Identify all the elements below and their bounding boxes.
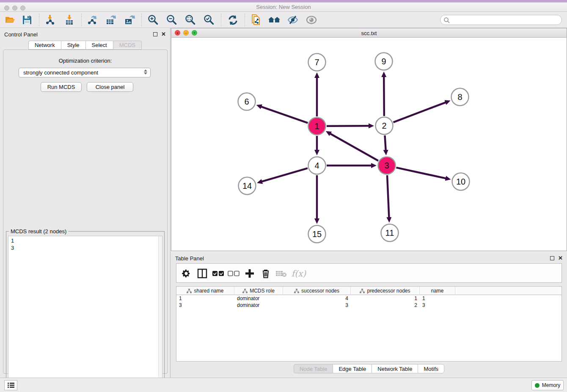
tab-motifs[interactable]: Motifs [418, 364, 444, 373]
table-cell[interactable]: 4 [283, 295, 351, 302]
zoom-out-button[interactable] [164, 13, 179, 27]
column-chooser-button[interactable] [196, 267, 209, 280]
node-label-11: 11 [385, 228, 394, 237]
optimization-criterion-dropdown[interactable]: strongly connected component [19, 68, 151, 77]
table-cell[interactable]: 1 [176, 295, 234, 302]
column-header-successor-nodes[interactable]: successor nodes [283, 287, 351, 295]
optimization-criterion-label: Optimization criterion: [3, 58, 167, 64]
run-mcds-button[interactable]: Run MCDS [41, 82, 82, 92]
window-title: Session: New Session [0, 4, 567, 10]
export-table-button[interactable] [103, 13, 118, 27]
float-panel-icon[interactable] [153, 32, 157, 36]
export-image-icon [124, 14, 135, 25]
table-cell[interactable]: dominator [234, 302, 283, 309]
edge-2-8[interactable] [394, 102, 446, 122]
table-cell[interactable]: dominator [234, 295, 283, 302]
edge-1-2[interactable] [327, 126, 369, 126]
apply-layout-button[interactable] [225, 13, 240, 27]
list-icon [8, 382, 14, 388]
tab-network[interactable]: Network [28, 41, 61, 50]
zoom-fit-button[interactable] [183, 13, 198, 27]
edge-4-14[interactable] [262, 168, 308, 182]
export-table-icon [105, 14, 116, 25]
network-canvas-area[interactable]: 7968124314101511 [171, 38, 567, 251]
close-table-panel-icon[interactable]: ✕ [558, 255, 563, 261]
delete-table-icon [276, 270, 287, 277]
gear-icon [182, 269, 191, 278]
node-label-7: 7 [314, 58, 319, 67]
mcds-tab-content: Optimization criterion: strongly connect… [3, 50, 168, 374]
table-settings-button[interactable] [180, 267, 193, 280]
result-scrollbar[interactable] [158, 236, 162, 390]
tab-select[interactable]: Select [85, 41, 113, 50]
show-all-networks-button[interactable] [267, 13, 282, 27]
close-panel-icon[interactable]: ✕ [161, 31, 166, 37]
search-icon [443, 17, 450, 24]
edge-1-6[interactable] [261, 107, 308, 123]
table-cell[interactable]: 1 [351, 295, 420, 302]
tab-edge-table[interactable]: Edge Table [333, 364, 372, 373]
column-header-MCDS-role[interactable]: MCDS role [234, 287, 283, 295]
column-header-predecessor-nodes[interactable]: predecessor nodes [351, 287, 420, 295]
delete-table-button[interactable] [275, 267, 288, 280]
float-table-panel-icon[interactable] [550, 256, 554, 260]
node-label-9: 9 [381, 57, 386, 66]
mcds-result-group: MCDS result (2 nodes) 1 3 [6, 231, 165, 392]
node-label-10: 10 [456, 177, 465, 186]
import-table-button[interactable] [62, 13, 77, 27]
memory-button[interactable]: Memory [531, 380, 564, 390]
edge-3-11[interactable] [387, 175, 389, 218]
zoom-in-button[interactable] [146, 13, 161, 27]
attribute-icon [360, 289, 365, 293]
node-table[interactable]: shared nameMCDS rolesuccessor nodesprede… [176, 286, 562, 362]
mcds-result-textarea[interactable]: 1 3 [8, 236, 162, 391]
column-header-name[interactable]: name [420, 287, 455, 295]
add-column-button[interactable] [243, 267, 256, 280]
function-builder-button[interactable]: f(x) [290, 267, 308, 280]
zoom-fit-icon [185, 14, 196, 25]
tab-mcds[interactable]: MCDS [113, 41, 142, 50]
table-cell[interactable]: 3 [420, 302, 455, 309]
empty-boxes-icon [228, 270, 239, 277]
table-cell[interactable]: 3 [176, 302, 234, 309]
delete-column-button[interactable] [259, 267, 272, 280]
checked-boxes-icon [212, 270, 224, 277]
table-row[interactable]: 1dominator411 [176, 295, 561, 302]
network-window-titlebar[interactable]: x – + scc.txt [171, 28, 567, 38]
edge-2-3[interactable] [385, 135, 385, 150]
task-history-button[interactable] [4, 380, 17, 390]
column-header-shared-name[interactable]: shared name [176, 287, 234, 295]
table-row[interactable]: 3dominator323 [176, 302, 561, 309]
search-input[interactable] [451, 16, 559, 24]
edge-2-9[interactable] [384, 77, 384, 116]
network-window-title: scc.txt [171, 30, 567, 36]
export-network-icon [87, 14, 98, 25]
homes-icon [268, 15, 281, 25]
copy-network-button[interactable] [248, 13, 263, 27]
edge-3-10[interactable] [396, 168, 446, 178]
node-label-6: 6 [244, 97, 249, 106]
save-session-button[interactable] [19, 13, 35, 27]
export-image-button[interactable] [122, 13, 137, 27]
tab-network-table[interactable]: Network Table [372, 364, 418, 373]
search-box[interactable] [440, 15, 562, 25]
clear-selection-button[interactable] [227, 267, 240, 280]
refresh-icon [228, 15, 238, 25]
zoom-selected-button[interactable] [201, 13, 217, 27]
export-network-button[interactable] [85, 13, 100, 27]
table-cell[interactable]: 3 [283, 302, 351, 309]
open-session-button[interactable] [3, 13, 18, 27]
edge-3-1[interactable] [330, 134, 378, 161]
table-cell[interactable]: 2 [351, 302, 420, 309]
table-cell[interactable]: 1 [420, 295, 455, 302]
import-network-icon [44, 14, 55, 25]
hide-details-button[interactable] [285, 13, 300, 27]
tab-node-table[interactable]: Node Table [294, 364, 333, 373]
import-network-button[interactable] [42, 13, 58, 27]
network-canvas[interactable]: 7968124314101511 [171, 38, 567, 251]
tab-style[interactable]: Style [61, 41, 85, 50]
column-header-label: MCDS role [250, 288, 275, 294]
close-panel-button[interactable]: Close panel [87, 82, 133, 92]
show-details-button[interactable] [304, 13, 319, 27]
select-all-button[interactable] [212, 267, 225, 280]
